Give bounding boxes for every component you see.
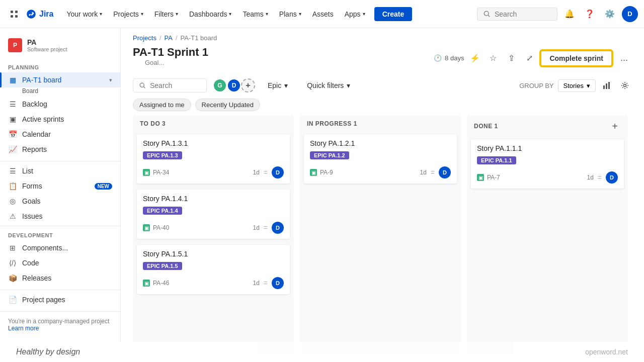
nav-dashboards[interactable]: Dashboards ▾ [184,7,237,21]
sprint-goal: Goal... [133,59,208,70]
breadcrumb-projects[interactable]: Projects [133,34,156,42]
more-options-button[interactable]: ... [616,51,632,65]
sidebar-item-project-pages[interactable]: 📄 Project pages [0,292,120,307]
backlog-icon: ☰ [8,100,17,108]
group-by-select[interactable]: Stories ▾ [558,79,596,92]
star-icon[interactable]: ☆ [486,51,500,65]
nav-filters[interactable]: Filters ▾ [149,7,183,21]
column-inprogress: IN PROGRESS 1 Story PA.1.2.1 EPIC PA.1.2… [300,115,461,354]
sidebar-item-releases[interactable]: 📦 Releases [0,270,120,286]
card-meta: 1d = D [253,277,284,289]
avatar-blue[interactable]: D [227,78,241,93]
column-title: DONE 1 [474,123,498,130]
complete-sprint-button[interactable]: Complete sprint [540,50,612,66]
chart-view-icon[interactable] [600,78,614,93]
sidebar-item-components[interactable]: ⊞ Components... [0,240,120,255]
sprint-action-icons: ⚡ ☆ ⇪ ⤢ [468,51,536,65]
notifications-icon[interactable]: 🔔 [561,6,578,22]
card-card-1[interactable]: Story PA.1.3.1 EPIC PA.1.3 ▣ PA-34 1d = … [137,134,290,184]
nav-your-work[interactable]: Your work ▾ [61,7,107,21]
search-box [477,8,557,21]
jira-logo[interactable]: Jira [26,9,53,19]
column-done: DONE 1 + Story PA.1.1.1 EPIC PA.1.1 ▣ PA… [467,115,628,354]
quick-filters-button[interactable]: Quick filters ▾ [300,78,357,93]
sidebar-project-info: PA Software project [27,38,67,52]
card-meta: 1d = D [253,222,284,234]
assigned-to-me-filter[interactable]: Assigned to me [133,99,191,111]
chevron-down-icon: ▾ [176,11,178,17]
sidebar-item-issues[interactable]: ⚠ Issues [0,209,120,224]
sidebar-item-active-sprints[interactable]: ▣ Active sprints [0,112,120,127]
toolbar-right: GROUP BY Stories ▾ [519,78,632,93]
svg-rect-9 [606,83,607,89]
svg-rect-1 [15,11,18,13]
user-avatar[interactable]: D [622,6,638,22]
epic-filter-button[interactable]: Epic ▾ [261,78,294,93]
search-input[interactable] [495,10,545,18]
chevron-down-icon: ▾ [347,81,350,89]
sidebar-item-code[interactable]: ⟨/⟩ Code [0,255,120,270]
add-member-icon[interactable]: + [241,78,255,93]
chevron-down-icon: ▾ [299,11,301,17]
learn-more-link[interactable]: Learn more [8,325,39,332]
card-assignee[interactable]: D [439,166,451,178]
sidebar-item-label: List [22,167,112,175]
help-icon[interactable]: ❓ [582,6,598,22]
nav-apps[interactable]: Apps ▾ [340,7,370,21]
card-assignee[interactable]: D [272,166,284,178]
sprint-header: PA-T1 Sprint 1 Goal... 🕐 8 days ⚡ ☆ ⇪ ⤢ … [121,44,644,74]
priority-icon: = [264,224,268,232]
card-card-5[interactable]: Story PA.1.1.1 EPIC PA.1.1 ▣ PA-7 1d = D [471,139,624,189]
card-assignee[interactable]: D [606,171,618,184]
share-icon[interactable]: ⇪ [504,51,518,65]
card-title: Story PA.1.1.1 [477,144,618,152]
chevron-down-icon: ▾ [284,81,288,89]
avatar-group: G D + [213,78,255,93]
sidebar-item-backlog[interactable]: ☰ Backlog [0,97,120,112]
settings-view-icon[interactable] [618,78,632,93]
chevron-down-icon: ▾ [363,11,365,17]
card-epic-badge: EPIC PA.1.2 [310,151,349,159]
card-card-3[interactable]: Story PA.1.5.1 EPIC PA.1.5 ▣ PA-46 1d = … [137,245,290,294]
sidebar-item-forms[interactable]: 📋 Forms NEW [0,178,120,194]
card-assignee[interactable]: D [272,277,284,289]
lightning-icon[interactable]: ⚡ [468,51,482,65]
sidebar-item-label: Reports [22,145,112,153]
card-card-4[interactable]: Story PA.1.2.1 EPIC PA.1.2 ▣ PA-9 1d = D [304,134,457,184]
card-assignee[interactable]: D [272,222,284,234]
svg-rect-10 [608,82,610,89]
grid-icon[interactable] [6,6,22,22]
story-icon: ▣ [310,169,317,176]
forms-icon: 📋 [8,182,17,190]
sidebar-item-label: Active sprints [22,115,112,123]
card-epic-badge: EPIC PA.1.1 [477,156,516,164]
card-issue-info: ▣ PA-9 [310,169,333,176]
sidebar-item-board[interactable]: ▦ PA-T1 board ▾ [0,72,120,87]
board-search-input[interactable] [150,81,200,89]
card-footer: ▣ PA-34 1d = D [143,166,284,178]
avatar-green[interactable]: G [213,78,227,93]
sidebar-item-goals[interactable]: ◎ Goals [0,194,120,209]
card-footer: ▣ PA-46 1d = D [143,277,284,289]
sidebar-item-list[interactable]: ☰ List [0,163,120,178]
card-estimate: 1d [253,280,259,287]
sprint-days: 8 days [445,54,464,62]
nav-teams[interactable]: Teams ▾ [237,7,273,21]
settings-icon[interactable]: ⚙️ [602,6,618,22]
expand-icon[interactable]: ⤢ [522,51,536,65]
planning-label: PLANNING [0,60,120,72]
nav-plans[interactable]: Plans ▾ [274,7,306,21]
card-issue-info: ▣ PA-46 [143,280,169,287]
recently-updated-filter[interactable]: Recently Updated [195,99,260,111]
nav-assets[interactable]: Assets [307,7,339,21]
add-card-icon[interactable]: + [609,120,621,132]
priority-icon: = [264,168,268,176]
sidebar-item-calendar[interactable]: 📅 Calendar [0,127,120,142]
board-search-box [133,78,207,93]
card-card-2[interactable]: Story PA.1.4.1 EPIC PA.1.4 ▣ PA-40 1d = … [137,190,290,239]
nav-projects[interactable]: Projects ▾ [108,7,148,21]
sidebar-item-reports[interactable]: 📈 Reports [0,142,120,157]
card-issue-info: ▣ PA-34 [143,169,169,176]
breadcrumb-pa[interactable]: PA [165,34,173,42]
create-button[interactable]: Create [374,7,413,21]
